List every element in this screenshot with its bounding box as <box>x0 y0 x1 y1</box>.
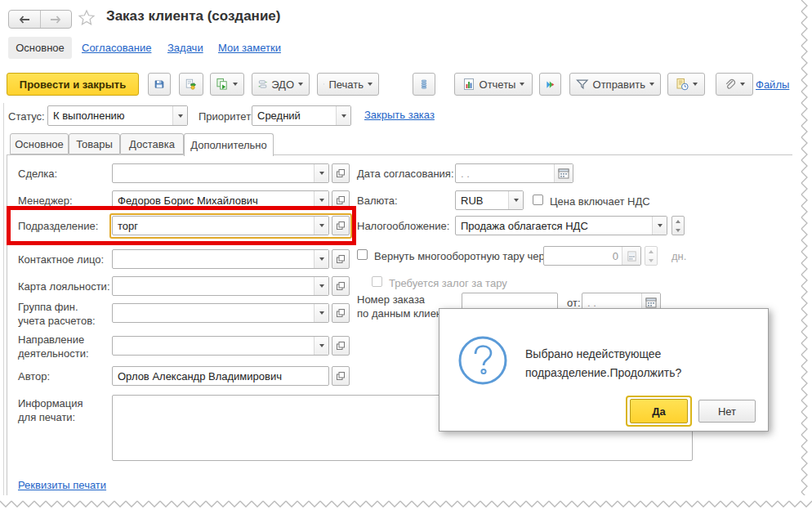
spin-down-icon <box>676 229 680 232</box>
priority-select[interactable]: Средний <box>252 105 351 126</box>
fin-group-input[interactable] <box>112 303 329 323</box>
tab-approval[interactable]: Согласование <box>82 42 151 54</box>
loyalty-input[interactable] <box>112 276 329 296</box>
department-input[interactable]: торг <box>112 216 329 235</box>
structure-button[interactable] <box>413 73 435 96</box>
favorite-star-icon[interactable] <box>78 9 96 29</box>
tax-input[interactable]: Продажа облагается НДС <box>455 216 667 235</box>
tare-return-checkbox[interactable] <box>357 249 368 260</box>
reminder-button[interactable] <box>667 73 705 96</box>
manager-value: Федоров Борис Михайлович <box>113 191 314 209</box>
page-tab-delivery[interactable]: Доставка <box>120 133 184 154</box>
colored-arrows-icon <box>546 78 555 91</box>
no-button-label: Нет <box>718 405 736 418</box>
print-button[interactable]: Печать <box>317 73 379 96</box>
tab-my-notes[interactable]: Мои заметки <box>218 42 281 54</box>
tare-deposit-label: Требуется залог за тару <box>389 276 507 290</box>
calculator-icon <box>627 251 637 262</box>
tab-main[interactable]: Основное <box>8 37 72 59</box>
send-button[interactable]: Отправить <box>569 73 661 96</box>
dropdown-caret <box>514 199 519 202</box>
tare-deposit-checkbox[interactable] <box>372 276 382 287</box>
deal-open-button[interactable] <box>332 163 350 183</box>
save-button[interactable] <box>148 73 171 96</box>
dropdown-caret <box>368 83 373 86</box>
tare-days-spin-control[interactable] <box>645 246 658 266</box>
edo-button[interactable]: ЭДО <box>252 73 310 96</box>
priority-dropdown-button[interactable] <box>336 106 350 125</box>
forward-button[interactable] <box>40 11 72 28</box>
page-tab-additional[interactable]: Дополнительно <box>184 133 274 156</box>
activity-input[interactable] <box>112 336 329 356</box>
tare-days-input[interactable]: 0 <box>543 246 641 266</box>
author-input[interactable]: Орлов Александр Владимирович <box>112 366 329 386</box>
fin-group-dropdown-button[interactable] <box>314 304 328 322</box>
contact-value <box>113 250 314 268</box>
tax-label: Налогообложение: <box>357 219 449 233</box>
post-and-close-button[interactable]: Провести и закрыть <box>7 73 139 96</box>
activity-label: Направление деятельности: <box>18 333 89 360</box>
create-based-on-button[interactable] <box>210 73 244 96</box>
contact-input[interactable] <box>112 249 329 269</box>
document-clock-icon <box>676 78 689 91</box>
deal-input[interactable] <box>112 163 329 183</box>
vat-included-checkbox[interactable] <box>533 195 543 205</box>
status-dropdown-button[interactable] <box>172 106 187 125</box>
page-tab-main[interactable]: Основное <box>10 133 69 154</box>
dropdown-caret <box>693 83 698 86</box>
fin-group-open-button[interactable] <box>332 303 350 323</box>
contact-open-button[interactable] <box>332 249 350 269</box>
print-label: Печать <box>328 78 364 91</box>
status-label: Статус: <box>8 110 45 123</box>
status-select[interactable]: К выполнению <box>47 105 188 126</box>
manager-input[interactable]: Федоров Борис Михайлович <box>112 190 329 210</box>
dropdown-caret <box>649 83 654 86</box>
back-button[interactable] <box>9 11 40 28</box>
yes-button-focus-ring: Да <box>626 396 692 427</box>
yes-button[interactable]: Да <box>630 399 688 423</box>
post-document-button[interactable] <box>179 73 203 96</box>
loyalty-dropdown-button[interactable] <box>314 277 328 295</box>
post-document-icon <box>185 78 197 91</box>
fin-group-label: Группа фин. учета расчетов: <box>18 300 96 328</box>
tab-tasks[interactable]: Задачи <box>167 42 203 54</box>
author-open-button[interactable] <box>332 366 350 386</box>
tax-spin-control[interactable] <box>671 216 685 235</box>
back-arrow-icon <box>19 16 30 24</box>
department-open-button[interactable] <box>332 216 350 235</box>
dropdown-caret <box>319 311 324 315</box>
loyalty-open-button[interactable] <box>332 276 350 296</box>
deal-dropdown-button[interactable] <box>314 164 328 182</box>
page-title: Заказ клиента (создание) <box>106 8 280 25</box>
currency-input[interactable]: RUB <box>455 190 524 210</box>
business-process-button[interactable] <box>539 73 561 96</box>
activity-open-button[interactable] <box>332 336 350 356</box>
tare-days-value: 0 <box>544 247 622 265</box>
no-button[interactable]: Нет <box>698 400 756 423</box>
dropdown-caret <box>319 257 324 261</box>
reports-button[interactable]: Отчеты <box>454 73 533 96</box>
currency-dropdown-button[interactable] <box>508 191 523 209</box>
spin-up-icon <box>676 220 680 223</box>
files-link[interactable]: Файлы <box>756 78 789 91</box>
deal-value <box>113 164 314 182</box>
dropdown-caret <box>740 83 745 86</box>
contact-dropdown-button[interactable] <box>314 250 328 268</box>
spin-down-icon <box>649 259 654 262</box>
approval-date-calendar-button[interactable] <box>554 164 573 182</box>
activity-dropdown-button[interactable] <box>314 337 328 355</box>
approval-date-input[interactable]: . . <box>455 163 573 183</box>
tare-return-label: Вернуть многооборотную тару через: <box>374 249 558 263</box>
send-icon <box>576 78 589 90</box>
priority-label: Приоритет: <box>199 110 254 123</box>
print-details-link[interactable]: Реквизиты печати <box>18 479 106 491</box>
tare-days-calculator-button[interactable] <box>622 247 640 265</box>
department-dropdown-button[interactable] <box>314 217 328 235</box>
manager-open-button[interactable] <box>332 190 350 210</box>
close-order-link[interactable]: Закрыть заказ <box>364 109 435 121</box>
attachments-button[interactable] <box>716 73 753 96</box>
page-tab-goods[interactable]: Товары <box>69 133 120 154</box>
tax-dropdown-button[interactable] <box>652 217 667 235</box>
manager-label: Менеджер: <box>18 194 73 208</box>
manager-dropdown-button[interactable] <box>314 191 328 209</box>
